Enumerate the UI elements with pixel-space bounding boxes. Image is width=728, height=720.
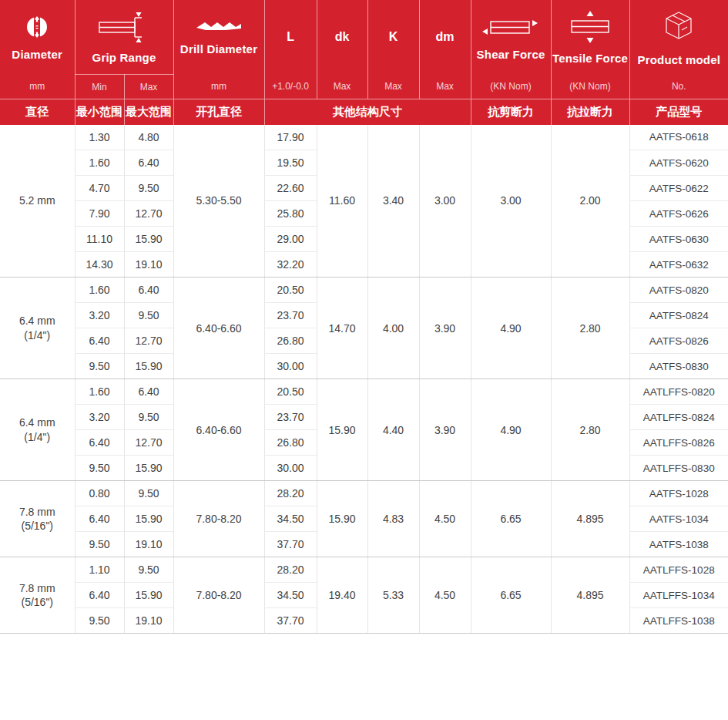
grip-max-cell: 9.50 (124, 557, 173, 583)
cn-header-tensile: 抗拉断力 (551, 99, 629, 125)
grip-min-cell: 6.40 (75, 328, 124, 354)
grip-min-cell: 4.70 (75, 176, 124, 201)
length-cell: 28.20 (264, 481, 317, 506)
tensile-cell: 2.80 (551, 278, 629, 379)
unit-label-grip-max: Max (124, 75, 173, 99)
k-cell: 3.40 (367, 125, 419, 278)
col-header-product-model: Product model (629, 0, 728, 75)
grip-min-cell: 14.30 (75, 252, 124, 278)
unit-label-dk: Max (317, 75, 367, 99)
cn-header-other-dims: 其他结构尺寸 (264, 99, 471, 125)
grip-max-cell: 19.10 (124, 252, 173, 278)
col-header-drill-diameter: Drill Diameter (173, 0, 264, 75)
grip-min-cell: 1.60 (75, 379, 124, 405)
shear-cell: 3.00 (471, 125, 551, 278)
spec-row: 6.4 mm(1/4")1.606.406.40-6.6020.5014.704… (0, 278, 728, 303)
model-cell: AATFS-0830 (629, 354, 728, 379)
length-cell: 37.70 (264, 532, 317, 557)
shear-force-icon (478, 13, 543, 41)
length-cell: 30.00 (264, 456, 317, 481)
spec-row: 7.8 mm(5/16")1.109.507.80-8.2028.2019.40… (0, 557, 728, 583)
model-cell: AATFS-0626 (629, 201, 728, 227)
col-label: Grip Range (92, 51, 156, 64)
model-cell: AATLFFS-0830 (629, 456, 728, 481)
grip-min-cell: 1.60 (75, 278, 124, 303)
col-label: Shear Force (477, 48, 545, 61)
grip-min-cell: 1.60 (75, 150, 124, 176)
spec-group: 6.4 mm(1/4")1.606.406.40-6.6020.5015.904… (0, 379, 728, 481)
grip-min-cell: 1.30 (75, 125, 124, 150)
grip-min-cell: 6.40 (75, 583, 124, 608)
length-cell: 34.50 (264, 506, 317, 532)
diameter-inch-value: (1/4") (0, 328, 75, 342)
length-cell: 17.90 (264, 125, 317, 150)
tensile-cell: 2.80 (551, 379, 629, 481)
shear-cell: 4.90 (471, 379, 551, 481)
grip-min-cell: 0.80 (75, 481, 124, 506)
grip-max-cell: 4.80 (124, 125, 173, 150)
grip-max-cell: 9.50 (124, 481, 173, 506)
spec-row: 7.8 mm(5/16")0.809.507.80-8.2028.2015.90… (0, 481, 728, 506)
col-header-l: L (264, 0, 317, 75)
grip-max-cell: 9.50 (124, 405, 173, 430)
dm-cell: 3.90 (419, 278, 471, 379)
dm-cell: 3.90 (419, 379, 471, 481)
model-cell: AATLFFS-1038 (629, 608, 728, 634)
grip-max-cell: 6.40 (124, 379, 173, 405)
model-cell: AATLFFS-0824 (629, 405, 728, 430)
grip-max-cell: 12.70 (124, 430, 173, 456)
drill-cell: 5.30-5.50 (173, 125, 264, 278)
grip-max-cell: 12.70 (124, 328, 173, 354)
col-label: Drill Diameter (180, 42, 257, 56)
grip-range-icon (97, 10, 151, 44)
drill-cell: 6.40-6.60 (173, 278, 264, 379)
grip-min-cell: 3.20 (75, 405, 124, 430)
diameter-inch-value: (5/16") (0, 595, 75, 609)
unit-label-l: +1.0/-0.0 (264, 75, 317, 99)
diameter-inch-value: (5/16") (0, 519, 75, 533)
grip-max-cell: 15.90 (124, 506, 173, 532)
cn-header-shear: 抗剪断力 (471, 99, 551, 125)
length-cell: 30.00 (264, 354, 317, 379)
grip-max-cell: 12.70 (124, 201, 173, 227)
col-label: Tensile Force (552, 52, 628, 65)
cn-header-model: 产品型号 (629, 99, 728, 125)
grip-max-cell: 15.90 (124, 354, 173, 379)
k-cell: 4.83 (367, 481, 419, 557)
col-header-tensile-force: Tensile Force (551, 0, 629, 75)
unit-label-diameter: mm (0, 75, 75, 99)
tensile-cell: 2.00 (551, 125, 629, 278)
spec-row: 6.4 mm(1/4")1.606.406.40-6.6020.5015.904… (0, 379, 728, 405)
grip-min-cell: 9.50 (75, 608, 124, 634)
spec-group: 7.8 mm(5/16")1.109.507.80-8.2028.2019.40… (0, 557, 728, 634)
grip-max-cell: 9.50 (124, 303, 173, 328)
grip-min-cell: 6.40 (75, 506, 124, 532)
unit-label-shear: (KN Nom) (471, 75, 551, 99)
length-cell: 19.50 (264, 150, 317, 176)
drill-cell: 6.40-6.60 (173, 379, 264, 481)
length-cell: 28.20 (264, 557, 317, 583)
model-cell: AATFS-0620 (629, 150, 728, 176)
model-cell: AATLFFS-1034 (629, 583, 728, 608)
tensile-cell: 4.895 (551, 557, 629, 634)
grip-min-cell: 11.10 (75, 227, 124, 252)
diameter-cell: 7.8 mm(5/16") (0, 557, 75, 634)
model-cell: AATFS-0630 (629, 227, 728, 252)
drill-cell: 7.80-8.20 (173, 481, 264, 557)
dk-cell: 19.40 (317, 557, 367, 634)
length-cell: 37.70 (264, 608, 317, 634)
model-cell: AATFS-0618 (629, 125, 728, 150)
length-cell: 29.00 (264, 227, 317, 252)
spec-group: 6.4 mm(1/4")1.606.406.40-6.6020.5014.704… (0, 278, 728, 379)
diameter-cell: 5.2 mm (0, 125, 75, 278)
col-label: K (389, 30, 398, 44)
length-cell: 26.80 (264, 328, 317, 354)
length-cell: 20.50 (264, 379, 317, 405)
diameter-value: 6.4 mm (0, 416, 75, 429)
col-header-dm: dm (419, 0, 471, 75)
grip-max-cell: 6.40 (124, 150, 173, 176)
model-cell: AATFS-1028 (629, 481, 728, 506)
grip-min-cell: 9.50 (75, 456, 124, 481)
model-cell: AATLFFS-0826 (629, 430, 728, 456)
col-header-diameter: Diameter (0, 0, 75, 75)
